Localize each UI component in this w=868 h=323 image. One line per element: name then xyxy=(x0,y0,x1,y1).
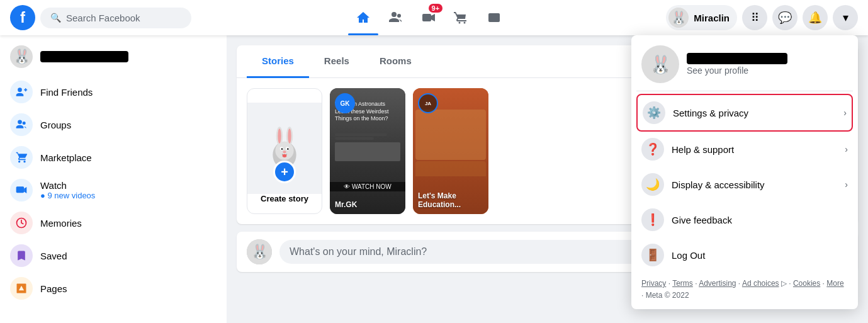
nav-marketplace-button[interactable] xyxy=(446,3,476,33)
nav-home-button[interactable] xyxy=(348,3,378,33)
dropdown-item-logout[interactable]: 🚪 Log Out xyxy=(636,237,853,273)
dropdown-item-settings-privacy[interactable]: ⚙️ Settings & privacy › xyxy=(636,94,853,132)
watch-now-badge: 👁 WATCH NOW xyxy=(330,182,405,191)
sidebar-user-avatar: 🐰 xyxy=(10,45,33,68)
topnav-center: 9+ xyxy=(348,3,509,33)
tab-reels[interactable]: Reels xyxy=(309,45,364,78)
logout-label: Log Out xyxy=(672,250,705,261)
sidebar-item-pages[interactable]: Pages xyxy=(5,272,222,305)
svg-point-5 xyxy=(464,22,466,24)
help-support-label: Help & support xyxy=(672,144,734,155)
see-profile-label: See your profile xyxy=(687,65,787,76)
tab-rooms[interactable]: Rooms xyxy=(364,45,427,78)
nav-gaming-button[interactable] xyxy=(479,3,509,33)
sidebar-username xyxy=(40,51,128,62)
help-icon: ❓ xyxy=(641,138,664,161)
display-icon: 🌙 xyxy=(641,173,664,196)
dropdown-item-help-support[interactable]: ❓ Help & support › xyxy=(636,132,853,167)
footer-advertising-link[interactable]: Advertising xyxy=(699,279,736,288)
user-dropdown-menu: 🐰 See your profile ⚙️ Settings & privacy… xyxy=(631,35,858,309)
sidebar-profile-row[interactable]: 🐰 xyxy=(5,40,222,73)
dropdown-item-give-feedback[interactable]: ❗ Give feedback xyxy=(636,202,853,237)
post-user-avatar: 🐰 xyxy=(247,239,272,264)
svg-marker-3 xyxy=(431,14,435,21)
search-icon: 🔍 xyxy=(50,13,61,23)
story-mrgk-label: Mr.GK xyxy=(335,200,400,209)
marketplace-icon xyxy=(10,146,33,169)
dropdown-username-redacted xyxy=(687,53,787,64)
nav-friends-button[interactable] xyxy=(381,3,411,33)
display-accessibility-label: Display & accessibility xyxy=(672,179,765,190)
logout-icon: 🚪 xyxy=(641,244,664,266)
svg-point-9 xyxy=(496,16,497,18)
notifications-icon-button[interactable]: 🔔 xyxy=(803,5,828,30)
nav-video-button[interactable]: 9+ xyxy=(414,3,444,33)
dropdown-footer: Privacy · Terms · Advertising · Ad choic… xyxy=(636,273,853,304)
svg-rect-16 xyxy=(16,186,25,193)
svg-point-11 xyxy=(18,88,22,92)
svg-point-10 xyxy=(495,18,497,19)
sidebar-label-groups: Groups xyxy=(40,120,71,130)
story-education[interactable]: JA Let's Make Education... xyxy=(413,88,488,214)
svg-marker-17 xyxy=(24,187,26,193)
svg-point-14 xyxy=(18,120,22,125)
saved-icon xyxy=(10,244,33,267)
watch-label-group: Watch ● 9 new videos xyxy=(40,180,95,200)
footer-more-link[interactable]: More xyxy=(826,279,843,288)
sidebar-label-watch: Watch xyxy=(40,180,95,191)
user-chip[interactable]: 🐰 Miraclin xyxy=(666,5,737,30)
facebook-logo[interactable]: f xyxy=(10,5,35,30)
svg-point-29 xyxy=(283,150,286,153)
sidebar-item-saved[interactable]: Saved xyxy=(5,239,222,272)
sidebar-item-memories[interactable]: Memories xyxy=(5,207,222,239)
svg-point-0 xyxy=(392,12,397,17)
settings-privacy-label: Settings & privacy xyxy=(673,108,748,118)
sidebar-label-marketplace: Marketplace xyxy=(40,152,92,163)
user-avatar-small: 🐰 xyxy=(668,8,689,28)
svg-point-4 xyxy=(459,22,461,24)
svg-point-27 xyxy=(281,148,283,150)
memories-icon xyxy=(10,212,33,234)
create-story-card[interactable]: + Create story xyxy=(247,88,322,214)
footer-cookies-link[interactable]: Cookies xyxy=(793,279,820,288)
svg-point-23 xyxy=(278,128,281,144)
sidebar-item-marketplace[interactable]: Marketplace xyxy=(5,141,222,174)
help-chevron-icon: › xyxy=(845,144,848,154)
settings-icon: ⚙️ xyxy=(643,101,665,124)
sidebar-item-groups[interactable]: Groups xyxy=(5,108,222,141)
dropdown-avatar: 🐰 xyxy=(641,45,679,83)
apps-icon-button[interactable]: ⠿ xyxy=(742,5,767,30)
search-placeholder: Search Facebook xyxy=(66,13,140,23)
mrgk-avatar: GK xyxy=(335,93,355,113)
sidebar-label-memories: Memories xyxy=(40,218,82,229)
user-name: Miraclin xyxy=(694,13,730,23)
create-story-plus[interactable]: + xyxy=(273,161,296,183)
sidebar-item-watch[interactable]: Watch ● 9 new videos xyxy=(5,174,222,207)
pages-icon xyxy=(10,277,33,300)
dropdown-item-display-accessibility[interactable]: 🌙 Display & accessibility › xyxy=(636,167,853,202)
story-education-label: Let's Make Education... xyxy=(418,191,483,209)
sidebar-label-find-friends: Find Friends xyxy=(40,87,93,98)
svg-point-24 xyxy=(288,128,291,144)
top-navigation: f 🔍 Search Facebook 9+ 🐰 Miraclin xyxy=(0,0,868,35)
dropdown-toggle-button[interactable]: ▾ xyxy=(833,5,858,30)
messenger-icon-button[interactable]: 💬 xyxy=(772,5,798,30)
svg-point-30 xyxy=(283,154,287,157)
sidebar: 🐰 Find Friends Groups Marketplace Watch … xyxy=(0,35,227,323)
search-box[interactable]: 🔍 Search Facebook xyxy=(40,8,191,28)
footer-adchoices-link[interactable]: Ad choices xyxy=(742,279,779,288)
tab-stories[interactable]: Stories xyxy=(247,45,309,78)
feedback-icon: ❗ xyxy=(641,208,664,231)
footer-terms-link[interactable]: Terms xyxy=(672,279,693,288)
svg-point-28 xyxy=(287,148,289,150)
settings-chevron-icon: › xyxy=(843,108,847,118)
watch-icon xyxy=(10,179,33,201)
sidebar-label-pages: Pages xyxy=(40,283,67,294)
footer-privacy-link[interactable]: Privacy xyxy=(641,279,666,288)
dropdown-profile-row[interactable]: 🐰 See your profile xyxy=(636,40,853,88)
story-mrgk[interactable]: Why can Astronauts Learn these Weirdest … xyxy=(330,88,405,214)
svg-point-1 xyxy=(397,14,401,18)
svg-rect-2 xyxy=(422,14,431,21)
find-friends-icon xyxy=(10,81,33,103)
sidebar-item-find-friends[interactable]: Find Friends xyxy=(5,76,222,108)
